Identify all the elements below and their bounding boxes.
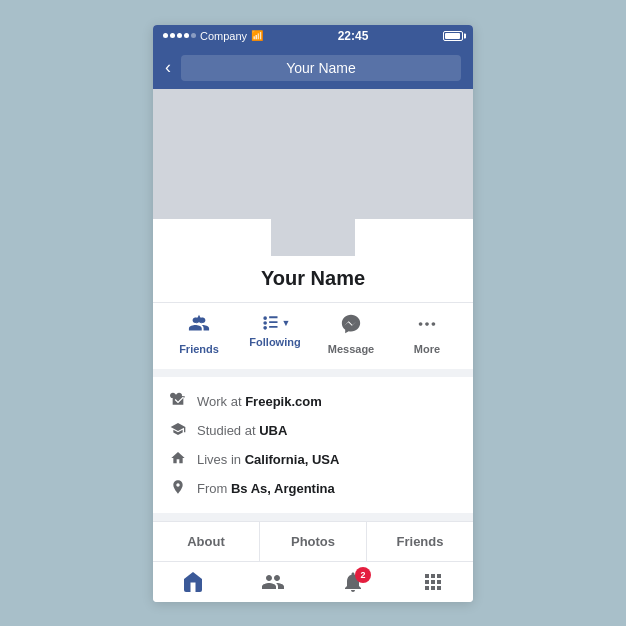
- from-info: From Bs As, Argentina: [169, 474, 457, 503]
- cover-photo: [153, 89, 473, 219]
- status-right: [443, 31, 463, 41]
- bottom-nav: 2: [153, 561, 473, 602]
- tab-about[interactable]: About: [153, 522, 260, 561]
- following-dropdown-icon: ▼: [282, 318, 291, 328]
- friends-label: Friends: [179, 343, 219, 355]
- status-time: 22:45: [338, 29, 369, 43]
- more-icon: [416, 313, 438, 340]
- phone-frame: Company 📶 22:45 ‹ Your Name Your Name: [153, 25, 473, 602]
- tab-photos[interactable]: Photos: [260, 522, 367, 561]
- back-button[interactable]: ‹: [165, 57, 171, 78]
- status-left: Company 📶: [163, 30, 263, 42]
- more-button[interactable]: More: [389, 313, 465, 355]
- battery-icon: [443, 31, 463, 41]
- home-nav-item[interactable]: [181, 570, 205, 594]
- work-info: Work at Freepik.com: [169, 387, 457, 416]
- message-button[interactable]: Message: [313, 313, 389, 355]
- following-icon-row: ▼: [260, 313, 291, 333]
- pin-icon: [169, 479, 187, 498]
- menu-nav-icon: [421, 570, 445, 594]
- study-info: Studied at UBA: [169, 416, 457, 445]
- profile-section: Your Name Friends ▼ Fo: [153, 219, 473, 369]
- friends-icon: [188, 313, 210, 340]
- study-icon: [169, 421, 187, 440]
- study-text: Studied at UBA: [197, 423, 287, 438]
- notification-badge: 2: [355, 567, 371, 583]
- home-icon: [169, 450, 187, 469]
- people-nav-item[interactable]: [261, 570, 285, 594]
- signal-dots: [163, 33, 196, 38]
- from-text: From Bs As, Argentina: [197, 481, 335, 496]
- work-text: Work at Freepik.com: [197, 394, 322, 409]
- wifi-icon: 📶: [251, 30, 263, 41]
- home-nav-icon: [181, 570, 205, 594]
- location-text: Lives in California, USA: [197, 452, 339, 467]
- profile-name: Your Name: [261, 267, 365, 290]
- tab-friends[interactable]: Friends: [367, 522, 473, 561]
- more-label: More: [414, 343, 440, 355]
- status-bar: Company 📶 22:45: [153, 25, 473, 47]
- notifications-nav-item[interactable]: 2: [341, 570, 365, 594]
- location-info: Lives in California, USA: [169, 445, 457, 474]
- sub-nav: About Photos Friends: [153, 521, 473, 561]
- nav-title: Your Name: [181, 55, 461, 81]
- message-icon: [340, 313, 362, 340]
- work-icon: [169, 392, 187, 411]
- nav-bar: ‹ Your Name: [153, 47, 473, 89]
- people-nav-icon: [261, 570, 285, 594]
- following-button[interactable]: ▼ Following: [237, 313, 313, 355]
- action-buttons: Friends ▼ Following Message: [153, 302, 473, 355]
- message-label: Message: [328, 343, 374, 355]
- friends-button[interactable]: Friends: [161, 313, 237, 355]
- menu-nav-item[interactable]: [421, 570, 445, 594]
- following-label: Following: [249, 336, 300, 348]
- carrier-name: Company: [200, 30, 247, 42]
- info-section: Work at Freepik.com Studied at UBA Lives…: [153, 377, 473, 513]
